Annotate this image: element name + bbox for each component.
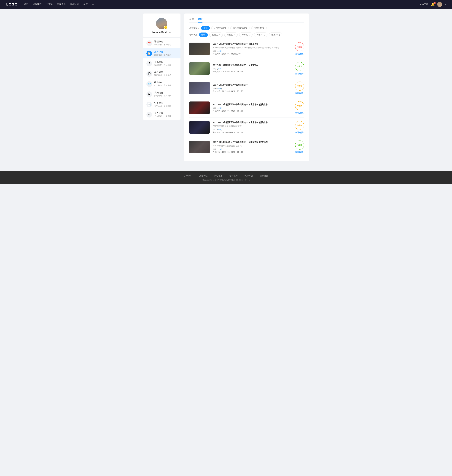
detail-link-text-2: 查看详情 [295,72,303,75]
navbar-menu-item-news[interactable]: 新闻资讯 [57,3,66,6]
sidebar-item-certificate[interactable]: 🎖 证书荣誉 收获荣誉，持证上岗 [143,58,180,69]
navbar-menu-item-discover[interactable]: 发现课程 [33,3,42,6]
sidebar-item-course-center[interactable]: 📅 课程中心 精彩课程，不容错过 [143,38,180,48]
exam-title-1: 2017–2018年行测证件考试全国统一（北京卷） [213,43,292,45]
avatar-wrap: 🏆 [156,18,167,29]
nav-text-certificate: 证书荣誉 收获荣誉，持证上岗 [154,61,171,67]
app-download-link[interactable]: APP下载 [420,3,428,6]
exam-score-value-6: 25 [219,148,220,150]
navbar-menu-item-open-course[interactable]: 公开课 [46,3,53,6]
nav-label-account: 账户中心 [154,81,171,84]
nav-text-course-center: 课程中心 精彩课程，不容错过 [154,40,171,46]
exam-type-filter-证书类考试(4)[interactable]: 证书类考试(4) [211,26,229,30]
exam-score-4: 得分：25分 [213,107,292,110]
nav-text-messages: 我的消息 消息通知，及时了解 [154,91,171,97]
exam-desc-6: 2018年行测考试是最值得多去研究 [213,144,292,147]
exam-right-6: 已批阅 查看详情 › [295,140,304,154]
sidebar-username: Natalie Smith ✏ [146,31,177,34]
exam-status-filter-未通过(2)[interactable]: 未通过(2) [224,33,238,37]
nav-icon-certificate: 🎖 [146,61,152,67]
exam-thumb-5 [189,121,210,134]
nav-icon-study-qa: 💬 [146,71,152,77]
exam-detail-link-5[interactable]: 查看详情 › [295,131,304,134]
nav-label-settings: 个人设置 [154,112,171,115]
exam-right-5: 待批阅 查看详情 › [295,121,304,134]
chevron-right-icon-5: › [304,131,304,134]
sidebar-item-question-bank[interactable]: 📋 题库中心 海量习题，助力通关 [143,48,180,58]
exam-thumb-6 [189,141,210,153]
nav-text-account: 账户中心 个人权益，实时掌握 [154,81,171,87]
exam-right-2: 已通过 查看详情 › [295,62,304,75]
exam-info-4: 2017–2018年行测证件考试全国统一（北京卷）付费批卷 得分：25分 考试时… [213,103,292,112]
exam-thumb-2 [189,62,210,75]
logo[interactable]: LOGO [6,2,18,7]
exam-status-filter-全部[interactable]: 全部 [199,33,208,37]
exam-item-6: 2017–2018年行测证件考试全国统一（北京卷）付费批卷 2018年行测考试是… [189,137,304,157]
exam-right-4: 待批阅 查看详情 › [295,101,304,114]
page-container: 🏆 Natalie Smith ✏ 📅 课程中心 精彩课程，不容错过 📋 题库中… [140,9,312,171]
sidebar-item-account[interactable]: 💎 账户中心 个人权益，实时掌握 [143,79,180,89]
exam-detail-link-6[interactable]: 查看详情 › [295,151,304,154]
exam-status-filter-已批阅(2)[interactable]: 已批阅(2) [269,33,282,37]
sidebar-item-messages[interactable]: 🗨 我的消息 消息通知，及时了解 [143,89,180,99]
exam-detail-link-1[interactable]: 查看详情 › [295,53,304,55]
exam-stamp-3: 待考试 [295,82,304,91]
exam-type-filter-付费批卷(6)[interactable]: 付费批卷(6) [252,26,267,30]
exam-item-1: 2017–2018年行测证件考试全国统一（北京卷） 2018年行测考试是最值得多… [189,39,304,59]
main-content: 题库考试 考试类型： 全部证书类考试(4)随机抽题考试(5)付费批卷(6) 考试… [184,14,309,161]
nav-icon-settings: ⚙ [146,112,152,117]
exam-score-value-4: 25 [219,107,220,109]
detail-link-text-6: 查看详情 [295,151,303,154]
exam-title-6: 2017–2018年行测证件考试全国统一（北京卷）付费批卷 [213,141,292,143]
footer-divider-3: | [241,174,241,177]
nav-label-certificate: 证书荣誉 [154,61,171,63]
exam-status-filter-待批阅(2)[interactable]: 待批阅(2) [254,33,267,37]
navbar-menu-item-qa[interactable]: 问答社区 [70,3,79,6]
exam-time-4: 考试时间：2019–05–03 10：09：09 [213,110,292,112]
navbar-right: APP下载 🔔 1 ▾ [420,2,446,7]
footer-link-5[interactable]: 招贤纳士 [259,174,268,177]
exam-score-1: 得分：25分 [213,50,292,53]
exam-stamp-1: 未通过 [295,42,304,51]
nav-icon-question-bank: 📋 [146,51,152,56]
exam-type-filter-全部[interactable]: 全部 [201,26,210,30]
navbar-menu-item-home[interactable]: 首页 [24,3,28,6]
chevron-down-icon[interactable]: ▾ [445,3,446,6]
exam-status-filter-已通过(2)[interactable]: 已通过(2) [209,33,223,37]
exam-thumb-3 [189,82,210,95]
bell-badge: 1 [433,2,436,4]
tab-题库[interactable]: 题库 [189,18,194,22]
navbar-menu-item-question-bank[interactable]: 题库 [83,3,88,6]
footer-link-4[interactable]: 免费声明 [245,174,253,177]
footer-divider-4: | [256,174,256,177]
exam-detail-link-3[interactable]: 查看详情 › [295,92,304,95]
nav-desc-account: 个人权益，实时掌握 [154,84,171,87]
footer-link-1[interactable]: 加盟代理 [199,174,207,177]
exam-detail-link-4[interactable]: 查看详情 › [295,112,304,114]
tab-考试[interactable]: 考试 [198,18,202,22]
sidebar-item-study-qa[interactable]: 💬 学习问答 课后重温，疑难解答 [143,69,180,79]
edit-profile-icon[interactable]: ✏ [169,31,171,34]
exam-score-2: 得分：99分 [213,68,292,70]
nav-text-question-bank: 题库中心 海量习题，助力通关 [154,50,171,56]
exam-stamp-2: 已通过 [295,62,304,71]
navbar: LOGO 首页发现课程公开课新闻资讯问答社区题库··· APP下载 🔔 1 ▾ [0,0,452,9]
nav-desc-question-bank: 海量习题，助力通关 [154,54,171,56]
exam-right-1: 未通过 查看详情 › [295,42,304,55]
footer-link-3[interactable]: 合作伙伴 [229,174,238,177]
sidebar-item-orders[interactable]: 📄 订单管理 订单支出，明明白白 [143,99,180,109]
exam-status-filter-待考试(2)[interactable]: 待考试(2) [239,33,253,37]
nav-text-study-qa: 学习问答 课后重温，疑难解答 [154,71,171,77]
sidebar-item-settings[interactable]: ⚙ 个人设置 个人信息，一键管理 [143,109,180,120]
exam-type-filter-随机抽题考试(5)[interactable]: 随机抽题考试(5) [230,26,250,30]
exam-detail-link-2[interactable]: 查看详情 › [295,72,304,75]
footer-link-2[interactable]: 网站地图 [214,174,223,177]
footer-link-0[interactable]: 关于我们 [184,174,193,177]
nav-icon-course-center: 📅 [146,40,152,46]
exam-stamp-6: 已批阅 [295,140,304,150]
notification-bell[interactable]: 🔔 1 [431,2,435,6]
navbar-menu-item-more[interactable]: ··· [92,3,94,6]
avatar[interactable] [437,2,442,7]
exam-status-label: 考试状态 [189,33,197,36]
nav-label-question-bank: 题库中心 [154,50,171,53]
